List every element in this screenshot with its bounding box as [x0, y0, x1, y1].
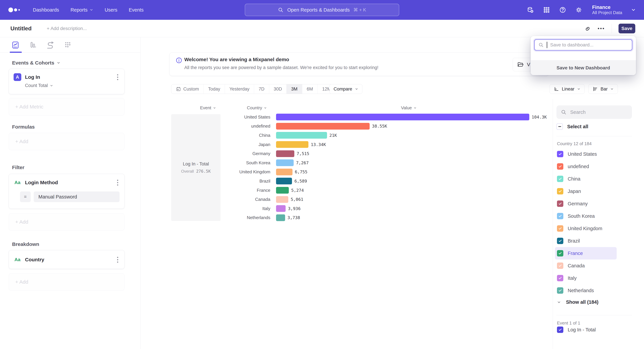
bar-category-label[interactable]: undefined	[223, 124, 270, 129]
filter-value[interactable]: Manual Password	[34, 191, 120, 202]
country-checkbox[interactable]	[557, 275, 563, 281]
bar-category-label[interactable]: China	[223, 133, 270, 138]
country-checkbox[interactable]	[557, 201, 563, 207]
chart-type-button[interactable]: Bar	[588, 84, 618, 94]
apps-grid-icon[interactable]	[543, 6, 550, 13]
breakdown-property-name[interactable]: Country	[25, 257, 44, 263]
country-filter-row[interactable]: Brazil	[555, 235, 617, 247]
add-formula-button[interactable]: + Add	[9, 133, 124, 150]
tab-insights[interactable]	[11, 40, 20, 50]
country-filter-row[interactable]: Japan	[555, 185, 617, 197]
add-breakdown-button[interactable]: + Add	[9, 273, 124, 291]
event-legend-row[interactable]: Log In - Total	[557, 327, 596, 333]
add-filter-button[interactable]: + Add	[9, 213, 124, 231]
country-filter-row[interactable]: China	[555, 173, 617, 185]
select-all-checkbox[interactable]	[556, 123, 563, 130]
save-dashboard-search-input[interactable]: Save to dashboard...	[534, 39, 632, 50]
bar[interactable]	[276, 214, 285, 221]
country-filter-row[interactable]: United Kingdom	[555, 222, 617, 235]
country-filter-row[interactable]: undefined	[555, 160, 617, 173]
tab-retention[interactable]	[63, 40, 72, 50]
bar[interactable]	[276, 132, 327, 139]
save-button[interactable]: Save	[618, 24, 635, 33]
event-checkbox[interactable]	[557, 327, 563, 333]
nav-dashboards[interactable]: Dashboards	[33, 7, 59, 13]
kebab-menu-icon[interactable]	[116, 178, 120, 187]
bar-category-label[interactable]: Germany	[223, 151, 270, 156]
country-checkbox[interactable]	[557, 151, 563, 157]
event-name[interactable]: Log In	[25, 74, 40, 80]
filter-operator[interactable]: =	[20, 191, 31, 202]
tab-funnels[interactable]	[28, 40, 38, 50]
country-checkbox[interactable]	[557, 263, 563, 269]
bar-category-label[interactable]: South Korea	[223, 160, 270, 165]
bar[interactable]	[276, 169, 292, 175]
bar[interactable]	[276, 196, 288, 203]
bar-category-label[interactable]: France	[223, 188, 270, 193]
country-filter-row[interactable]: Canada	[555, 260, 617, 272]
bar[interactable]	[276, 159, 294, 166]
nav-reports[interactable]: Reports	[70, 7, 93, 13]
country-checkbox[interactable]	[557, 163, 563, 170]
range-30d[interactable]: 30D	[269, 84, 286, 94]
country-filter-row[interactable]: Italy	[555, 272, 617, 284]
bar-category-label[interactable]: Japan	[223, 142, 270, 147]
country-checkbox[interactable]	[557, 250, 563, 257]
country-filter-row[interactable]: South Korea	[555, 210, 617, 222]
country-filter-row[interactable]: Netherlands	[555, 284, 617, 297]
bar[interactable]	[276, 114, 529, 120]
data-management-icon[interactable]	[527, 6, 534, 13]
select-all-row[interactable]: Select all	[556, 122, 588, 131]
kebab-menu-icon[interactable]	[116, 256, 120, 264]
nav-events[interactable]: Events	[129, 7, 144, 13]
bar[interactable]	[276, 205, 286, 212]
country-filter-row[interactable]: Germany	[555, 197, 617, 210]
mixpanel-logo-icon[interactable]	[8, 6, 22, 13]
project-chevron-down-icon[interactable]	[631, 7, 636, 12]
bar-category-label[interactable]: United States	[223, 114, 270, 120]
kebab-menu-icon[interactable]	[116, 73, 120, 81]
column-header-value[interactable]: Value	[401, 105, 416, 110]
help-icon[interactable]	[559, 6, 566, 13]
bar-category-label[interactable]: Netherlands	[223, 215, 270, 220]
country-filter-row[interactable]: United States	[555, 148, 617, 160]
show-all-button[interactable]: Show all (184)	[557, 299, 598, 305]
aggregation-selector[interactable]: Count Total	[25, 83, 124, 88]
add-description-button[interactable]: + Add description...	[47, 26, 87, 31]
column-header-country[interactable]: Country	[247, 105, 267, 110]
bar-category-label[interactable]: Brazil	[223, 179, 270, 184]
country-checkbox[interactable]	[557, 238, 563, 244]
scale-selector-button[interactable]: Linear	[550, 84, 585, 94]
bar[interactable]	[276, 150, 294, 157]
copy-link-icon[interactable]	[584, 25, 591, 32]
bar-category-label[interactable]: Canada	[223, 197, 270, 202]
tab-flows[interactable]	[46, 40, 55, 50]
compare-button[interactable]: Compare	[330, 84, 362, 94]
range-6m[interactable]: 6M	[302, 84, 318, 94]
bar-category-label[interactable]: United Kingdom	[223, 169, 270, 174]
country-filter-row[interactable]: France	[555, 247, 617, 260]
range-yesterday[interactable]: Yesterday	[225, 84, 254, 94]
country-checkbox[interactable]	[557, 213, 563, 219]
more-options-button[interactable]: •••	[598, 26, 605, 31]
nav-users[interactable]: Users	[105, 7, 118, 13]
report-title[interactable]: Untitled	[10, 25, 32, 32]
events-cohorts-heading[interactable]: Events & Cohorts	[12, 60, 60, 66]
bar[interactable]	[276, 123, 370, 130]
bar[interactable]	[276, 187, 289, 194]
country-checkbox[interactable]	[557, 188, 563, 194]
global-search-input[interactable]: Open Reports & Dashboards ⌘ + K	[245, 4, 399, 16]
column-header-event[interactable]: Event	[200, 105, 216, 110]
save-to-new-dashboard-button[interactable]: Save to New Dashboard	[531, 60, 636, 75]
country-checkbox[interactable]	[557, 287, 563, 294]
range-today[interactable]: Today	[204, 84, 225, 94]
bar-category-label[interactable]: Italy	[223, 206, 270, 211]
range-custom[interactable]: Custom	[172, 84, 204, 94]
legend-search-input[interactable]: Search	[556, 105, 632, 119]
project-selector[interactable]: Finance All Project Data	[592, 4, 622, 15]
range-3m[interactable]: 3M	[286, 84, 302, 94]
settings-gear-icon[interactable]	[575, 6, 582, 13]
bar[interactable]	[276, 178, 292, 184]
add-metric-button[interactable]: + Add Metric	[9, 98, 124, 115]
country-checkbox[interactable]	[557, 176, 563, 182]
